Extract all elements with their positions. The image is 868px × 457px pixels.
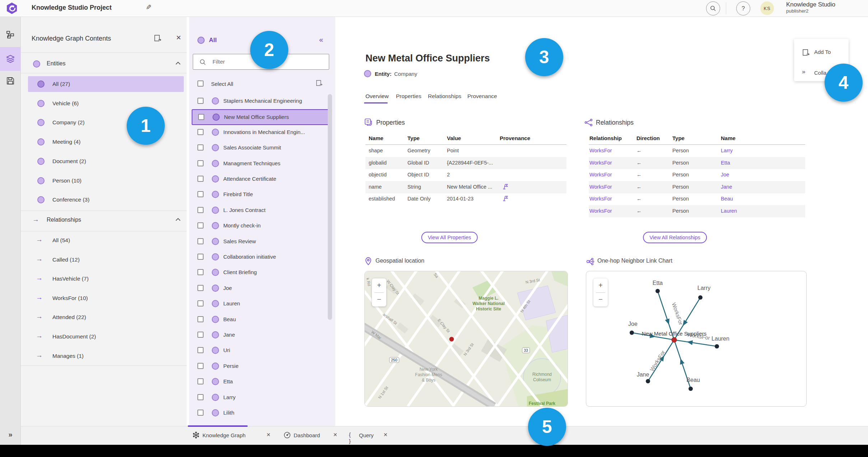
table-row[interactable]: WorksFor←PersonLauren	[589, 205, 805, 217]
layers-icon[interactable]	[0, 51, 21, 67]
item-checkbox[interactable]	[197, 222, 204, 228]
search-button[interactable]	[706, 1, 720, 15]
item-checkbox[interactable]	[197, 378, 204, 384]
list-item[interactable]: Staplers Mechanical Engineering	[192, 94, 327, 108]
edit-title-icon[interactable]: ✎	[146, 3, 151, 11]
table-row[interactable]: nameStringNew Metal Office ...	[365, 181, 566, 193]
zoom-in-button[interactable]: +	[372, 278, 386, 292]
entities-list-item[interactable]: All (27)	[28, 76, 184, 92]
name-link[interactable]: Etta	[721, 160, 730, 166]
relationship-link[interactable]: WorksFor	[589, 208, 612, 214]
relationships-list-item[interactable]: →Attended (22)	[28, 309, 184, 325]
table-row[interactable]: shapeGeometryPoint	[365, 145, 566, 157]
list-item[interactable]: Managment Techniques	[192, 156, 327, 171]
relationship-link[interactable]: WorksFor	[589, 196, 612, 202]
item-checkbox[interactable]	[197, 269, 204, 275]
list-item[interactable]: Joe	[192, 281, 327, 295]
relationships-list-item[interactable]: →All (54)	[28, 232, 184, 248]
table-row[interactable]: globalidGlobal ID{A228944F-0EF5-...	[365, 157, 566, 169]
list-item[interactable]: L. Jones Contract	[192, 203, 327, 217]
zoom-out-button[interactable]: −	[372, 292, 386, 306]
item-checkbox[interactable]	[197, 300, 204, 306]
list-item[interactable]: Collaboration initiative	[192, 250, 327, 264]
chevron-up-icon[interactable]	[175, 218, 181, 221]
save-icon[interactable]	[0, 73, 21, 89]
item-checkbox[interactable]	[197, 129, 204, 135]
item-checkbox[interactable]	[197, 285, 204, 291]
list-item[interactable]: Jane	[192, 328, 327, 342]
help-button[interactable]: ?	[736, 1, 750, 15]
name-link[interactable]: Larry	[721, 148, 733, 153]
list-item[interactable]: Sales Associate Summit	[192, 140, 327, 155]
close-tab-icon[interactable]: ✕	[383, 432, 388, 438]
list-item[interactable]: Client Briefing	[192, 265, 327, 280]
list-scrollbar[interactable]	[328, 94, 332, 320]
name-link[interactable]: Lauren	[721, 208, 737, 214]
list-item[interactable]: Firebird Title	[192, 187, 327, 202]
view-all-properties-button[interactable]: View All Properties	[421, 232, 478, 243]
table-row[interactable]: objectidObject ID2	[365, 169, 566, 181]
item-checkbox[interactable]	[197, 238, 204, 244]
expand-rail-icon[interactable]: »	[0, 427, 21, 442]
list-item[interactable]: Uri	[192, 343, 327, 357]
add-to-new-icon[interactable]	[154, 34, 162, 42]
table-row[interactable]: WorksFor←PersonJane	[589, 181, 805, 193]
collapse-panel-icon[interactable]: «	[319, 36, 323, 44]
table-row[interactable]: WorksFor←PersonBeau	[589, 193, 805, 205]
relationships-list-item[interactable]: →HasVehicle (7)	[28, 271, 184, 287]
list-item[interactable]: Montly check-in	[192, 218, 327, 233]
schema-icon[interactable]	[0, 27, 21, 42]
item-checkbox[interactable]	[197, 160, 204, 166]
table-row[interactable]: WorksFor←PersonEtta	[589, 157, 805, 169]
relationships-list-item[interactable]: →Manages (1)	[28, 348, 184, 364]
tab-provenance[interactable]: Provenance	[467, 93, 497, 100]
tab-overview[interactable]: Overview	[365, 93, 389, 100]
item-checkbox[interactable]	[197, 410, 204, 416]
entities-list-item[interactable]: Vehicle (6)	[28, 96, 184, 111]
relationship-link[interactable]: WorksFor	[589, 160, 612, 166]
item-checkbox[interactable]	[197, 207, 204, 213]
list-item[interactable]: Larry	[192, 390, 327, 405]
item-checkbox[interactable]	[197, 191, 204, 197]
entities-list-item[interactable]: Conference (3)	[28, 192, 184, 208]
table-row[interactable]: WorksFor←PersonJoe	[589, 169, 805, 181]
name-link[interactable]: Joe	[721, 172, 729, 177]
relationship-link[interactable]: WorksFor	[589, 172, 612, 177]
add-to-new-icon[interactable]	[316, 79, 323, 87]
tab-properties[interactable]: Properties	[396, 93, 421, 100]
list-item[interactable]: Attendance Certificate	[192, 172, 327, 186]
zoom-out-button[interactable]: −	[593, 292, 608, 306]
table-row[interactable]: establishedDate Only2014-01-23	[365, 193, 566, 205]
item-checkbox[interactable]	[197, 176, 204, 182]
chevron-up-icon[interactable]	[175, 61, 181, 65]
item-checkbox[interactable]	[197, 254, 204, 260]
entities-list-item[interactable]: Document (2)	[28, 153, 184, 169]
list-item[interactable]: Lilith	[192, 406, 327, 420]
list-item[interactable]: Lauren	[192, 296, 327, 311]
item-checkbox[interactable]	[197, 332, 204, 338]
close-panel-icon[interactable]: ✕	[176, 34, 181, 42]
select-all-checkbox[interactable]	[197, 80, 204, 87]
relationship-link[interactable]: WorksFor	[589, 184, 612, 190]
view-all-relationships-button[interactable]: View All Relationships	[643, 232, 707, 243]
item-checkbox[interactable]	[197, 98, 204, 104]
list-item[interactable]: Innovations in Mechanical Engin...	[192, 125, 327, 139]
name-link[interactable]: Jane	[721, 184, 732, 190]
item-checkbox[interactable]	[197, 144, 204, 151]
provenance-flag-icon[interactable]	[503, 195, 508, 202]
map-card[interactable]: k RdW Clay StSaN 3rd StN 4th StMaggie L.…	[364, 271, 568, 407]
item-checkbox[interactable]	[197, 316, 204, 322]
close-tab-icon[interactable]: ✕	[333, 432, 337, 438]
list-item[interactable]: Beau	[192, 312, 327, 327]
add-to-menu-item[interactable]: Add To	[794, 45, 849, 60]
avatar[interactable]: KS	[760, 1, 774, 15]
item-checkbox[interactable]	[198, 114, 204, 120]
entities-list-item[interactable]: Person (10)	[28, 173, 184, 189]
relationships-list-item[interactable]: →HasDocument (2)	[28, 329, 184, 345]
link-chart-card[interactable]: WorksForWorksForWorksForEttaLarryJoeLaur…	[586, 271, 807, 407]
item-checkbox[interactable]	[197, 394, 204, 400]
entities-section-header[interactable]: Entities	[21, 56, 187, 72]
name-link[interactable]: Beau	[721, 196, 733, 202]
relationships-section-header[interactable]: → Relationships	[21, 213, 187, 228]
table-row[interactable]: WorksFor←PersonLarry	[589, 145, 805, 157]
